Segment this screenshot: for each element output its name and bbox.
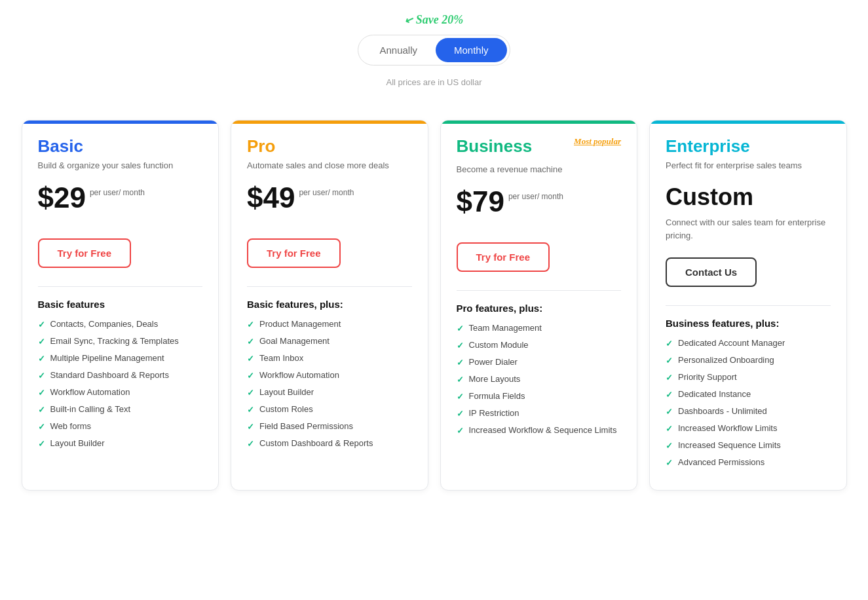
check-icon: ✓ [666, 356, 673, 366]
price-amount-business: $79 [457, 187, 504, 216]
check-icon: ✓ [247, 320, 254, 329]
feature-text: Built-in Calling & Text [50, 404, 131, 414]
list-item: ✓Dashboards - Unlimited [666, 406, 831, 417]
list-item: ✓Workflow Automation [247, 370, 412, 381]
list-item: ✓Increased Workflow Limits [666, 423, 831, 434]
feature-text: Layout Builder [259, 387, 314, 397]
list-item: ✓Formula Fields [457, 391, 622, 402]
list-item: ✓Dedicated Account Manager [666, 338, 831, 348]
price-amount-enterprise: Custom [666, 183, 753, 211]
feature-text: Custom Module [469, 340, 529, 350]
feature-text: Layout Builder [50, 438, 105, 448]
feature-text: Custom Dashboard & Reports [259, 438, 373, 448]
check-icon: ✓ [247, 337, 254, 347]
plan-name-enterprise: Enterprise [666, 136, 831, 157]
list-item: ✓Increased Sequence Limits [666, 440, 831, 451]
check-icon: ✓ [38, 371, 45, 381]
check-icon: ✓ [38, 422, 45, 432]
list-item: ✓Layout Builder [38, 438, 203, 449]
check-icon: ✓ [666, 424, 673, 434]
check-icon: ✓ [457, 409, 464, 419]
price-amount-basic: $29 [38, 183, 86, 212]
check-icon: ✓ [38, 405, 45, 415]
feature-text: Dashboards - Unlimited [678, 406, 767, 416]
check-icon: ✓ [247, 439, 254, 449]
list-item: ✓Custom Dashboard & Reports [247, 438, 412, 449]
features-title-basic: Basic features [38, 299, 203, 310]
billing-toggle[interactable]: Annually Monthly [358, 35, 510, 66]
pricing-header: ↙ Save 20% Annually Monthly All prices a… [13, 13, 855, 87]
feature-list-basic: ✓Contacts, Companies, Deals ✓Email Sync,… [38, 319, 203, 449]
list-item: ✓Multiple Pipeline Management [38, 353, 203, 364]
check-icon: ✓ [666, 458, 673, 468]
check-icon: ✓ [247, 371, 254, 381]
list-item: ✓More Layouts [457, 374, 622, 384]
plan-tagline-pro: Automate sales and close more deals [247, 160, 412, 170]
feature-text: Advanced Permissions [678, 457, 764, 467]
feature-text: Team Inbox [259, 353, 303, 363]
plan-card-pro: Pro Automate sales and close more deals … [231, 120, 428, 491]
contact-us-button-enterprise[interactable]: Contact Us [666, 257, 757, 287]
price-row-basic: $29 per user/ month [38, 183, 203, 223]
plan-tagline-basic: Build & organize your sales function [38, 160, 203, 170]
check-icon: ✓ [457, 324, 464, 333]
check-icon: ✓ [666, 441, 673, 451]
feature-text: Custom Roles [259, 404, 313, 414]
check-icon: ✓ [247, 422, 254, 432]
try-free-button-business[interactable]: Try for Free [457, 242, 550, 272]
annually-toggle-btn[interactable]: Annually [361, 38, 436, 62]
feature-text: Power Dialer [469, 357, 518, 367]
check-icon: ✓ [666, 390, 673, 400]
list-item: ✓Built-in Calling & Text [38, 404, 203, 415]
price-amount-pro: $49 [247, 183, 295, 212]
feature-text: Personalized Onboarding [678, 355, 774, 365]
price-note: All prices are in US dollar [13, 77, 855, 87]
check-icon: ✓ [457, 375, 464, 384]
price-period-basic: per user/ month [90, 187, 145, 198]
feature-text: Workflow Automation [259, 370, 339, 380]
features-title-pro: Basic features, plus: [247, 299, 412, 310]
list-item: ✓Product Management [247, 319, 412, 329]
list-item: ✓Layout Builder [247, 387, 412, 398]
try-free-button-basic[interactable]: Try for Free [38, 238, 132, 268]
check-icon: ✓ [38, 388, 45, 398]
feature-list-pro: ✓Product Management ✓Goal Management ✓Te… [247, 319, 412, 449]
list-item: ✓Power Dialer [457, 357, 622, 367]
price-row-enterprise: Custom Connect with our sales team for e… [666, 183, 831, 242]
feature-text: Increased Sequence Limits [678, 440, 781, 450]
check-icon: ✓ [457, 341, 464, 350]
list-item: ✓Workflow Automation [38, 387, 203, 398]
list-item: ✓Standard Dashboard & Reports [38, 370, 203, 381]
save-arrow-icon: ↙ [403, 12, 415, 27]
list-item: ✓Web forms [38, 421, 203, 432]
most-popular-badge: Most popular [574, 136, 621, 147]
plan-name-business: Business [457, 136, 533, 157]
feature-text: Email Sync, Tracking & Templates [50, 336, 179, 346]
feature-text: Multiple Pipeline Management [50, 353, 164, 363]
monthly-toggle-btn[interactable]: Monthly [436, 38, 507, 62]
check-icon: ✓ [666, 373, 673, 383]
divider-enterprise [666, 305, 831, 306]
price-row-pro: $49 per user/ month [247, 183, 412, 223]
list-item: ✓Custom Roles [247, 404, 412, 415]
check-icon: ✓ [247, 388, 254, 398]
check-icon: ✓ [247, 354, 254, 364]
price-period-pro: per user/ month [299, 187, 354, 198]
business-header-row: Business Most popular [457, 136, 622, 160]
plan-name-pro: Pro [247, 136, 412, 157]
check-icon: ✓ [38, 320, 45, 329]
feature-text: Team Management [469, 323, 542, 333]
feature-text: Web forms [50, 421, 92, 431]
feature-text: More Layouts [469, 374, 521, 384]
try-free-button-pro[interactable]: Try for Free [247, 238, 341, 268]
list-item: ✓Goal Management [247, 336, 412, 347]
feature-list-business: ✓Team Management ✓Custom Module ✓Power D… [457, 323, 622, 436]
plan-card-business: Business Most popular Become a revenue m… [440, 120, 638, 491]
plan-tagline-enterprise: Perfect fit for enterprise sales teams [666, 160, 831, 170]
check-icon: ✓ [38, 354, 45, 364]
check-icon: ✓ [457, 358, 464, 367]
list-item: ✓Personalized Onboarding [666, 355, 831, 366]
price-row-business: $79 per user/ month [457, 187, 622, 227]
feature-list-enterprise: ✓Dedicated Account Manager ✓Personalized… [666, 338, 831, 468]
list-item: ✓Priority Support [666, 372, 831, 383]
